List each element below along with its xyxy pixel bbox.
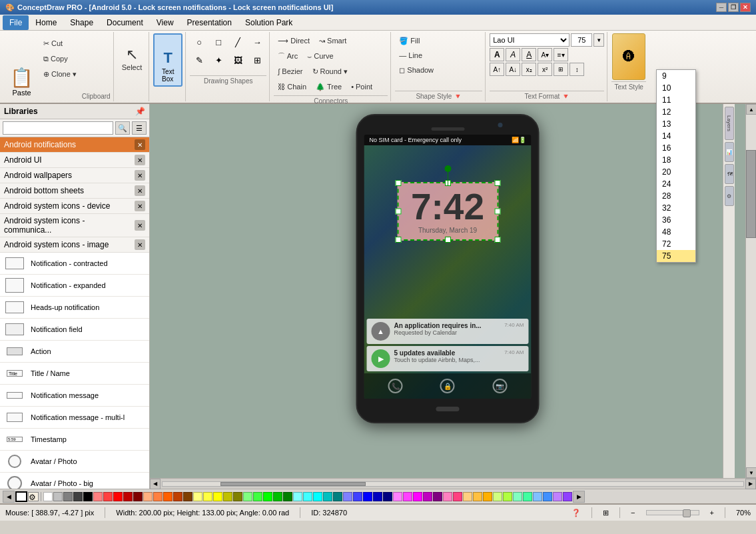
library-close-icon[interactable]: ✕: [135, 170, 145, 181]
menu-solution-park[interactable]: Solution Park: [238, 15, 299, 30]
color-swatch-lime[interactable]: [263, 492, 272, 501]
italic-button[interactable]: A: [506, 48, 520, 61]
color-swatch-silver[interactable]: [53, 492, 63, 501]
curve-button[interactable]: ⌣ Curve: [303, 49, 337, 63]
menu-file[interactable]: File: [3, 15, 29, 30]
color-swatch-37[interactable]: [563, 492, 572, 501]
pin-icon[interactable]: 📌: [135, 107, 145, 116]
line-spacing-button[interactable]: ↕: [569, 63, 584, 76]
chain-button[interactable]: ⛓ Chain: [274, 79, 310, 94]
palette-arrow-left[interactable]: ◀: [3, 491, 15, 503]
phone-call-btn[interactable]: 📞: [388, 379, 403, 393]
time-box[interactable]: 7:42 Thursday, March 19: [397, 182, 498, 241]
font-color-button[interactable]: A▾: [538, 48, 552, 61]
direct-button[interactable]: ⟶ Direct: [274, 33, 314, 48]
handle-tr[interactable]: [494, 180, 500, 186]
cut-button[interactable]: ✂ Cut: [39, 36, 81, 51]
shape-notification-message-multi[interactable]: Notification message - multi-l: [0, 407, 149, 429]
color-swatch-29[interactable]: [483, 492, 492, 501]
color-swatch-8[interactable]: [173, 492, 183, 501]
color-swatch-blue[interactable]: [363, 492, 372, 501]
color-swatch-15[interactable]: [273, 492, 282, 501]
sym-tab[interactable]: ⚙: [725, 186, 734, 206]
search-button[interactable]: 🔍: [115, 121, 130, 135]
color-swatch-12[interactable]: [223, 492, 232, 501]
text-style-preview[interactable]: 🅐: [612, 33, 645, 80]
view-toggle-button[interactable]: ☰: [132, 121, 147, 135]
shape-avatar-photo-big[interactable]: Avatar / Photo - big: [0, 473, 149, 489]
color-swatch-13[interactable]: [243, 492, 252, 501]
color-swatch-23[interactable]: [403, 492, 412, 501]
arc-button[interactable]: ⌒ Arc: [274, 49, 302, 63]
shape-image[interactable]: 🖼: [228, 51, 247, 69]
help-icon[interactable]: ❓: [571, 509, 581, 517]
menu-presentation[interactable]: Presentation: [181, 15, 238, 30]
font-size-11[interactable]: 11: [657, 94, 695, 106]
text-box-format-button[interactable]: ⊞: [554, 63, 568, 76]
color-swatch-olive[interactable]: [233, 492, 242, 501]
font-size-75[interactable]: 75: [657, 250, 695, 262]
handle-bm[interactable]: [445, 237, 451, 243]
shape-avatar-photo[interactable]: Avatar / Photo: [0, 451, 149, 473]
shape-title-name[interactable]: Title Title / Name: [0, 363, 149, 385]
zoom-slider[interactable]: [646, 510, 699, 515]
nav-tab[interactable]: 🗺: [725, 164, 734, 184]
scroll-right-button[interactable]: ▶: [745, 479, 756, 489]
font-family-select[interactable]: Lao UI: [490, 33, 569, 47]
font-size-input[interactable]: [571, 33, 592, 47]
clone-button[interactable]: ⊕ Clone ▾: [39, 67, 81, 81]
library-android-notifications[interactable]: Android notifications ✕: [0, 137, 149, 153]
color-swatch-cyan[interactable]: [313, 492, 322, 501]
color-swatch-purple[interactable]: [433, 492, 442, 501]
phone-camera-btn[interactable]: 📷: [492, 379, 507, 393]
scroll-down-button[interactable]: ▼: [746, 467, 756, 478]
library-android-system-device[interactable]: Android system icons - device ✕: [0, 199, 149, 214]
shape-notification-contracted[interactable]: Notification - contracted: [0, 253, 149, 275]
subscript-button[interactable]: x₂: [522, 63, 536, 76]
color-swatch-24[interactable]: [423, 492, 432, 501]
font-size-12[interactable]: 12: [657, 106, 695, 118]
color-swatch-2[interactable]: [103, 492, 113, 501]
smart-button[interactable]: ↝ Smart: [315, 33, 350, 48]
color-swatch-9[interactable]: [183, 492, 192, 501]
text-align-button[interactable]: ≡▾: [554, 48, 568, 61]
font-size-32[interactable]: 32: [657, 202, 695, 214]
shape-notification-field[interactable]: Notification field: [0, 319, 149, 341]
shape-arrow[interactable]: →: [248, 33, 266, 51]
font-size-72[interactable]: 72: [657, 238, 695, 250]
shape-heads-up[interactable]: Heads-up notification: [0, 297, 149, 319]
color-swatch-35[interactable]: [543, 492, 552, 501]
color-swatch-28[interactable]: [473, 492, 482, 501]
color-swatch-32[interactable]: [513, 492, 522, 501]
library-close-icon[interactable]: ✕: [135, 185, 145, 196]
color-swatch-6[interactable]: [153, 492, 163, 501]
handle-bl[interactable]: [395, 237, 401, 243]
font-size-14[interactable]: 14: [657, 130, 695, 142]
font-size-48[interactable]: 48: [657, 226, 695, 238]
color-swatch-1[interactable]: [93, 492, 103, 501]
close-button[interactable]: ✕: [740, 3, 751, 12]
phone-home-button[interactable]: [436, 407, 460, 411]
color-swatch-25[interactable]: [443, 492, 452, 501]
library-android-system-comm[interactable]: Android system icons - communica... ✕: [0, 214, 149, 237]
library-android-system-image[interactable]: Android system icons - image ✕: [0, 237, 149, 253]
color-swatch-34[interactable]: [533, 492, 542, 501]
color-swatch-33[interactable]: [523, 492, 532, 501]
menu-view[interactable]: View: [150, 15, 181, 30]
color-swatch-26[interactable]: [453, 492, 462, 501]
color-swatch-gray[interactable]: [63, 492, 73, 501]
font-size-down-button[interactable]: A↓: [506, 63, 520, 76]
shape-more[interactable]: ⊞: [248, 51, 266, 69]
menu-home[interactable]: Home: [29, 15, 63, 30]
zoom-in-button[interactable]: +: [710, 509, 714, 517]
color-swatch-11[interactable]: [203, 492, 212, 501]
textbox-button[interactable]: T TextBox: [153, 33, 183, 87]
library-android-ui[interactable]: Android UI ✕: [0, 153, 149, 168]
graphics-tab[interactable]: 📊: [725, 142, 734, 162]
scroll-up-button[interactable]: ▲: [746, 104, 756, 115]
font-size-9[interactable]: 9: [657, 70, 695, 82]
shape-action[interactable]: Action: [0, 341, 149, 363]
shadow-button[interactable]: ◻ Shadow: [395, 63, 482, 77]
handle-ml[interactable]: [395, 209, 401, 215]
color-swatch-14[interactable]: [253, 492, 262, 501]
